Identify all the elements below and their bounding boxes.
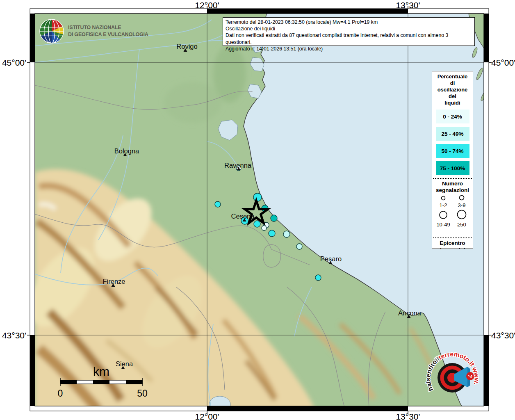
legend-count-title: Numero segnalazioni: [432, 180, 473, 194]
legend-swatch-25-49: 25 - 49%: [436, 127, 469, 141]
report-dot: [254, 221, 260, 227]
report-dot: [269, 230, 275, 237]
ingv-logo: ISTITUTO NAZIONALE DI GEOFISICA E VULCAN…: [39, 18, 148, 44]
report-dot: [296, 244, 302, 249]
report-dot: [215, 201, 221, 207]
ingv-globe-icon: [39, 18, 64, 44]
legend-swatch-0-24: 0 - 24%: [436, 110, 469, 123]
legend-panel: Percentuale di oscillazione dei liquidi …: [432, 71, 473, 249]
report-dot: [315, 275, 321, 281]
legend-swatch-75-100: 75 - 100%: [436, 161, 469, 175]
legend-count-50: ≥50: [457, 221, 466, 228]
scale-bar-start: 0: [58, 388, 63, 399]
report-dot: [253, 193, 262, 201]
legend-divider: [433, 178, 472, 179]
legend-swatch-50-74: 50 - 74%: [436, 144, 469, 158]
city-label: Rovigo: [176, 43, 197, 50]
legend-count-symbols: 1-2 3-9 10-49 ≥50: [433, 194, 472, 233]
city-label: Ravenna: [224, 162, 252, 169]
legend-pct-title: Percentuale di oscillazione dei liquidi: [432, 73, 473, 106]
city-label: Pesaro: [320, 255, 342, 262]
legend-count-3-9: 3-9: [458, 202, 466, 208]
ingv-logo-text: ISTITUTO NAZIONALE DI GEOFISICA E VULCAN…: [68, 24, 148, 38]
legend-divider-2: [433, 237, 472, 238]
legend-epicenter-title: Epicentro strumentale: [432, 240, 473, 249]
report-dot: [271, 215, 277, 221]
legend-count-1-2: 1-2: [440, 202, 447, 208]
city-label: Bologna: [114, 147, 139, 155]
report-dot: [262, 226, 267, 231]
legend-count-10-49: 10-49: [436, 221, 450, 228]
scale-bar-end: 50: [137, 388, 148, 399]
event-info-box: Terremoto del 28-01-2023 06:32:50 (ora l…: [223, 17, 475, 46]
city-label: Siena: [116, 360, 133, 368]
scale-bar-unit: km: [93, 365, 109, 378]
report-dot: [283, 231, 290, 237]
city-label: Ancona: [398, 309, 422, 317]
ingv-map-page: { "header": { "text": "Terremoto del 28-…: [0, 0, 515, 420]
city-label: Firenze: [103, 278, 125, 285]
